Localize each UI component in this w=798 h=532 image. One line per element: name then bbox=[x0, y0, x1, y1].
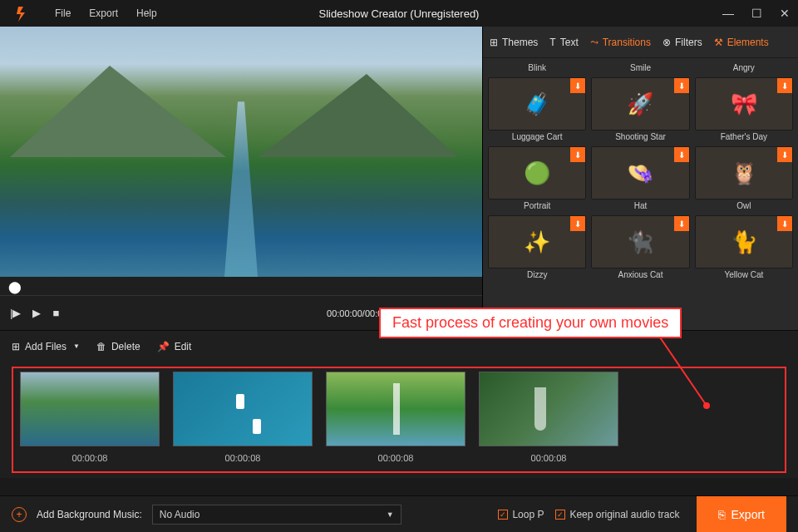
element-label: Smile bbox=[591, 63, 689, 72]
add-music-button[interactable]: + bbox=[12, 507, 27, 522]
element-item[interactable]: 🟢⬇Portrait bbox=[488, 146, 586, 212]
element-item[interactable]: 👒⬇Hat bbox=[591, 146, 689, 212]
element-art-icon: 🎀 bbox=[731, 91, 757, 117]
loop-checkbox[interactable]: ✓Loop P bbox=[498, 509, 544, 520]
asset-tabs: ⊞Themes TText ⤳Transitions ⊗Filters ⚒Ele… bbox=[483, 27, 798, 58]
close-button[interactable]: ✕ bbox=[778, 7, 791, 20]
elements-grid: Blink Smile Angry 🧳⬇Luggage Cart🚀⬇Shooti… bbox=[483, 58, 798, 330]
preview-canvas bbox=[0, 27, 482, 277]
annotation-callout: Fast process of creating your own movies bbox=[379, 308, 682, 338]
element-art-icon: ✨ bbox=[524, 229, 550, 255]
download-badge-icon[interactable]: ⬇ bbox=[570, 78, 585, 93]
element-label: Owl bbox=[695, 201, 793, 210]
tab-text[interactable]: TText bbox=[549, 37, 578, 48]
tab-filters[interactable]: ⊗Filters bbox=[663, 37, 702, 48]
element-thumb[interactable]: 🟢⬇ bbox=[488, 146, 586, 200]
assets-panel: ⊞Themes TText ⤳Transitions ⊗Filters ⚒Ele… bbox=[482, 27, 798, 330]
timeline-strip[interactable]: 00:00:0800:00:0800:00:0800:00:08 bbox=[12, 367, 786, 473]
clip-duration: 00:00:08 bbox=[20, 453, 160, 463]
clip-thumb[interactable] bbox=[20, 372, 160, 446]
element-label: Luggage Cart bbox=[488, 132, 586, 141]
chevron-down-icon: ▼ bbox=[73, 342, 80, 350]
menu-file[interactable]: File bbox=[55, 7, 71, 19]
download-badge-icon[interactable]: ⬇ bbox=[570, 147, 585, 162]
element-art-icon: 🐈 bbox=[731, 229, 757, 255]
app-logo-icon bbox=[15, 5, 32, 22]
check-icon: ✓ bbox=[555, 510, 565, 520]
main-area: ⬤ |▶ ▶ ■ 00:00:00/00:00:08.14 ▦ ⛶ ⊞Theme… bbox=[0, 27, 798, 330]
trash-icon: 🗑 bbox=[96, 341, 106, 352]
keep-audio-checkbox[interactable]: ✓Keep original audio track bbox=[555, 509, 679, 520]
download-badge-icon[interactable]: ⬇ bbox=[674, 216, 689, 231]
music-select[interactable]: No Audio▼ bbox=[152, 505, 401, 525]
element-item[interactable]: 🐈‍⬛⬇Anxious Cat bbox=[591, 215, 689, 281]
download-badge-icon[interactable]: ⬇ bbox=[777, 216, 792, 231]
element-item[interactable]: 🦉⬇Owl bbox=[695, 146, 793, 212]
download-badge-icon[interactable]: ⬇ bbox=[674, 78, 689, 93]
timeline-clip[interactable]: 00:00:08 bbox=[326, 372, 466, 463]
timeline-clip[interactable]: 00:00:08 bbox=[479, 372, 618, 463]
elements-icon: ⚒ bbox=[714, 37, 723, 48]
element-label: Dizzy bbox=[488, 270, 586, 279]
element-art-icon: 👒 bbox=[627, 160, 653, 186]
element-label: Portrait bbox=[488, 201, 586, 210]
element-thumb[interactable]: 🧳⬇ bbox=[488, 77, 586, 131]
tab-transitions[interactable]: ⤳Transitions bbox=[590, 37, 651, 48]
element-label: Anxious Cat bbox=[591, 270, 689, 279]
element-item[interactable]: 🎀⬇Father's Day bbox=[695, 77, 793, 143]
timeline-clip[interactable]: 00:00:08 bbox=[20, 372, 160, 463]
element-thumb[interactable]: 🎀⬇ bbox=[695, 77, 793, 131]
menu-help[interactable]: Help bbox=[136, 7, 157, 19]
element-thumb[interactable]: 🚀⬇ bbox=[591, 77, 689, 131]
element-item[interactable]: 🚀⬇Shooting Star bbox=[591, 77, 689, 143]
bottom-bar: + Add Background Music: No Audio▼ ✓Loop … bbox=[0, 495, 798, 532]
menu-export[interactable]: Export bbox=[89, 7, 118, 19]
stop-button[interactable]: ■ bbox=[52, 307, 59, 319]
music-label: Add Background Music: bbox=[37, 509, 142, 520]
maximize-button[interactable]: ☐ bbox=[750, 7, 763, 20]
window-title: Slideshow Creator (Unregistered) bbox=[319, 7, 480, 20]
tab-elements[interactable]: ⚒Elements bbox=[714, 37, 769, 48]
timeline: 00:00:0800:00:0800:00:0800:00:08 bbox=[0, 362, 798, 478]
tab-themes[interactable]: ⊞Themes bbox=[490, 37, 538, 48]
step-back-button[interactable]: |▶ bbox=[10, 307, 21, 319]
element-thumb[interactable]: 🐈‍⬛⬇ bbox=[591, 215, 689, 268]
element-label: Angry bbox=[695, 63, 793, 72]
preview-panel: ⬤ |▶ ▶ ■ 00:00:00/00:00:08.14 ▦ ⛶ bbox=[0, 27, 482, 330]
grid-icon: ⊞ bbox=[490, 37, 498, 48]
element-art-icon: 🟢 bbox=[524, 160, 550, 186]
download-badge-icon[interactable]: ⬇ bbox=[570, 216, 585, 231]
chevron-down-icon: ▼ bbox=[387, 510, 394, 519]
download-badge-icon[interactable]: ⬇ bbox=[777, 78, 792, 93]
download-badge-icon[interactable]: ⬇ bbox=[674, 147, 689, 162]
element-thumb[interactable]: 🦉⬇ bbox=[695, 146, 793, 200]
add-files-button[interactable]: ⊞Add Files▼ bbox=[12, 341, 80, 352]
element-label: Shooting Star bbox=[591, 132, 689, 141]
plus-box-icon: ⊞ bbox=[12, 341, 20, 352]
edit-button[interactable]: 📌Edit bbox=[157, 341, 192, 352]
transition-icon: ⤳ bbox=[590, 37, 598, 48]
titlebar: File Export Help Slideshow Creator (Unre… bbox=[0, 0, 798, 27]
clip-thumb[interactable] bbox=[326, 372, 466, 446]
element-thumb[interactable]: ✨⬇ bbox=[488, 215, 586, 268]
play-button[interactable]: ▶ bbox=[32, 307, 41, 319]
preview-viewport[interactable] bbox=[0, 27, 482, 277]
playhead-icon[interactable]: ⬤ bbox=[8, 280, 22, 293]
element-item[interactable]: 🧳⬇Luggage Cart bbox=[488, 77, 586, 143]
delete-button[interactable]: 🗑Delete bbox=[96, 341, 140, 352]
element-item[interactable]: 🐈⬇Yellow Cat bbox=[695, 215, 793, 281]
element-thumb[interactable]: 👒⬇ bbox=[591, 146, 689, 200]
timeline-clip[interactable]: 00:00:08 bbox=[173, 372, 313, 463]
element-art-icon: 🧳 bbox=[524, 91, 550, 117]
download-badge-icon[interactable]: ⬇ bbox=[777, 147, 792, 162]
element-item[interactable]: ✨⬇Dizzy bbox=[488, 215, 586, 281]
element-thumb[interactable]: 🐈⬇ bbox=[695, 215, 793, 268]
element-art-icon: 🚀 bbox=[627, 91, 653, 117]
export-button[interactable]: ⎘Export bbox=[697, 496, 786, 533]
export-icon: ⎘ bbox=[718, 508, 725, 521]
minimize-button[interactable]: — bbox=[722, 7, 735, 20]
filters-icon: ⊗ bbox=[663, 37, 671, 48]
clip-thumb[interactable] bbox=[479, 372, 618, 446]
clip-thumb[interactable] bbox=[173, 372, 313, 446]
element-art-icon: 🦉 bbox=[731, 160, 757, 186]
